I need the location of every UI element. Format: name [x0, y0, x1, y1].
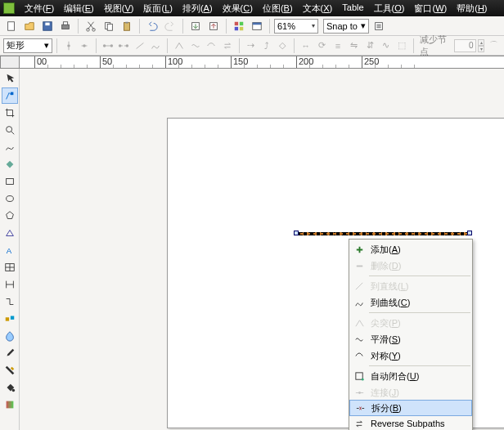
- curve-smoothness-button[interactable]: ⌒: [486, 38, 501, 54]
- eyedropper-tool[interactable]: [2, 345, 18, 361]
- interactive-fill-tool[interactable]: [2, 396, 18, 413]
- menu-item[interactable]: 文件(F): [20, 1, 59, 16]
- context-menu-item[interactable]: 拆分(B): [349, 400, 472, 416]
- context-menu-label: 连接(J): [371, 387, 467, 399]
- cut-button[interactable]: [83, 18, 99, 34]
- chevron-down-icon: ▾: [312, 22, 315, 29]
- svg-rect-18: [253, 22, 262, 25]
- reverse-button[interactable]: [220, 38, 235, 54]
- snap-combo[interactable]: Snap to ▾: [323, 19, 369, 34]
- node-handle[interactable]: [294, 231, 299, 235]
- reduce-stepper[interactable]: ▴▾: [478, 39, 485, 52]
- svg-rect-14: [240, 21, 243, 25]
- svg-point-37: [361, 378, 363, 380]
- welcome-button[interactable]: [249, 18, 265, 34]
- context-menu-item[interactable]: 自动闭合(U): [349, 368, 472, 384]
- reflect-h-button[interactable]: ⇋: [347, 38, 362, 54]
- freehand-tool[interactable]: [2, 139, 18, 155]
- reduce-nodes-input[interactable]: 0: [454, 39, 476, 52]
- symmetric-node-button[interactable]: [204, 38, 218, 54]
- menu-item[interactable]: Table: [337, 1, 368, 16]
- menu-separator: [369, 312, 470, 313]
- node-handle[interactable]: [467, 231, 472, 235]
- reflect-v-button[interactable]: ⇵: [362, 38, 377, 54]
- export-button[interactable]: [205, 18, 222, 34]
- rev-icon: [353, 417, 366, 430]
- new-button[interactable]: [3, 18, 20, 34]
- dimension-tool[interactable]: [2, 276, 18, 293]
- blend-tool[interactable]: [2, 311, 18, 327]
- print-button[interactable]: [57, 18, 74, 34]
- svg-rect-4: [63, 21, 67, 25]
- to-line-button[interactable]: [133, 38, 147, 54]
- select-all-nodes-button[interactable]: ⬚: [395, 38, 410, 54]
- extract-button[interactable]: ⤴: [259, 38, 274, 54]
- crop-tool[interactable]: [2, 105, 18, 121]
- redo-button[interactable]: [162, 18, 178, 34]
- menu-item[interactable]: 窗口(W): [409, 1, 452, 16]
- zoom-tool[interactable]: [2, 122, 18, 138]
- add-node-button[interactable]: [61, 38, 76, 54]
- shape-tool[interactable]: [2, 87, 18, 104]
- menu-item[interactable]: 位图(B): [258, 1, 298, 16]
- connector-tool[interactable]: [2, 293, 18, 310]
- break-nodes-button[interactable]: [116, 38, 131, 54]
- cusp-node-button[interactable]: [172, 38, 187, 54]
- undo-button[interactable]: [144, 18, 160, 34]
- transparency-tool[interactable]: [2, 328, 18, 344]
- save-button[interactable]: [39, 18, 56, 34]
- svg-rect-13: [235, 21, 238, 25]
- table-tool[interactable]: [2, 259, 18, 275]
- context-menu-item[interactable]: Reverse Subpaths: [349, 415, 472, 430]
- extend-button[interactable]: ⇢: [243, 38, 258, 54]
- context-menu-item[interactable]: 平滑(S): [349, 331, 472, 347]
- menu-item[interactable]: 效果(C): [218, 1, 258, 16]
- close-path-button[interactable]: ◇: [276, 38, 290, 54]
- menu-item[interactable]: 视图(V): [99, 1, 139, 16]
- outline-tool[interactable]: [2, 362, 18, 378]
- shape-combo[interactable]: 矩形 ▾: [3, 38, 52, 53]
- to-curve-button[interactable]: [149, 38, 164, 54]
- selected-path[interactable]: [296, 232, 468, 235]
- context-menu-item[interactable]: 添加(A): [349, 241, 472, 258]
- context-menu-item[interactable]: 到曲线(C): [349, 294, 472, 311]
- context-menu-label: 对称(Y): [371, 350, 467, 362]
- join-nodes-button[interactable]: [101, 38, 115, 54]
- svg-rect-8: [107, 24, 112, 30]
- context-menu: 添加(A)删除(D)到直线(L)到曲线(C)尖突(P)平滑(S)对称(Y)自动闭…: [349, 239, 473, 430]
- app-launcher-button[interactable]: [231, 18, 247, 34]
- context-menu-item: 连接(J): [349, 384, 472, 401]
- import-button[interactable]: [187, 18, 204, 34]
- paste-button[interactable]: [119, 18, 135, 34]
- plus-icon: [353, 243, 366, 256]
- stretch-button[interactable]: ↔: [299, 38, 313, 54]
- pick-tool[interactable]: [2, 70, 18, 87]
- menu-item[interactable]: 排列(A): [178, 1, 218, 16]
- zoom-combo[interactable]: 61% ▾: [274, 19, 318, 34]
- chevron-down-icon: ▾: [361, 20, 366, 31]
- context-menu-item: 到直线(L): [349, 278, 472, 294]
- ellipse-tool[interactable]: [2, 190, 18, 207]
- fill-tool[interactable]: [2, 379, 18, 396]
- menu-item[interactable]: 工具(O): [369, 1, 410, 16]
- menu-item[interactable]: 版面(L): [138, 1, 177, 16]
- polygon-tool[interactable]: [2, 208, 18, 224]
- text-tool[interactable]: A: [2, 242, 18, 258]
- smart-fill-tool[interactable]: [2, 156, 18, 172]
- menu-item[interactable]: 编辑(E): [59, 1, 99, 16]
- rectangle-tool[interactable]: [2, 173, 18, 190]
- menu-item[interactable]: 文本(X): [298, 1, 338, 16]
- context-menu-item[interactable]: 对称(Y): [349, 347, 472, 364]
- align-button[interactable]: ≡: [331, 38, 345, 54]
- basic-shapes-tool[interactable]: [2, 225, 18, 241]
- elastic-button[interactable]: ∿: [379, 38, 394, 54]
- copy-button[interactable]: [101, 18, 117, 34]
- break-icon: [353, 401, 367, 414]
- menu-item[interactable]: 帮助(H): [452, 1, 492, 16]
- delete-node-button[interactable]: [77, 38, 92, 54]
- smooth-node-button[interactable]: [188, 38, 203, 54]
- options-button[interactable]: [371, 18, 387, 34]
- menu-bar: 文件(F)编辑(E)视图(V)版面(L)排列(A)效果(C)位图(B)文本(X)…: [0, 0, 504, 16]
- open-button[interactable]: [21, 18, 38, 34]
- rotate-button[interactable]: ⟳: [315, 38, 330, 54]
